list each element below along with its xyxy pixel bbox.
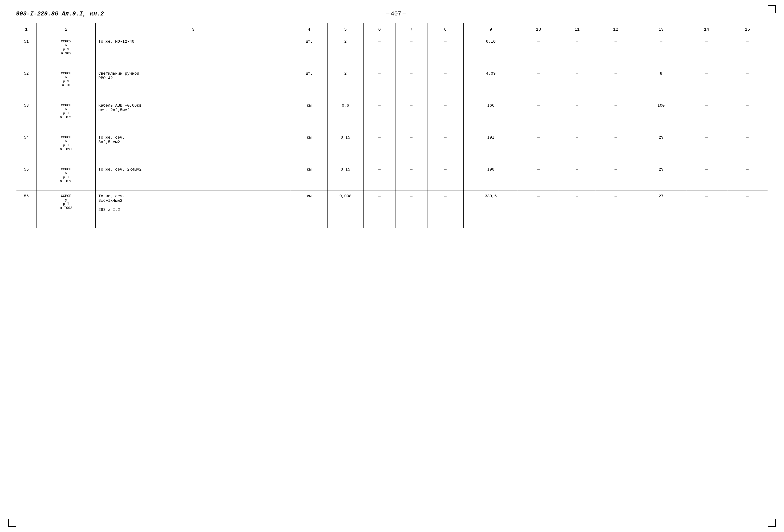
row-55-num: 55	[16, 164, 37, 191]
row-54-col5: 0,I5	[327, 132, 363, 164]
col-header-12: 12	[595, 23, 636, 36]
col-header-2: 2	[36, 23, 96, 36]
row-51-unit: шт.	[291, 36, 327, 68]
col-header-13: 13	[636, 23, 686, 36]
row-51-col11: —	[559, 36, 595, 68]
col-header-1: 1	[16, 23, 37, 36]
row-51-desc: То же, МО-I2-40	[96, 36, 291, 68]
document-title: 903-I-229.86 Ал.9.I, кн.2	[16, 11, 104, 17]
row-53-col8: —	[427, 100, 464, 132]
row-51-col10: —	[518, 36, 559, 68]
row-51-col14: —	[686, 36, 727, 68]
corner-mark-tr	[768, 5, 776, 13]
row-53-desc: Кабель АВВГ-0,66кв сеч. 2х2,5мм2	[96, 100, 291, 132]
row-53-col13: I00	[636, 100, 686, 132]
col-header-5: 5	[327, 23, 363, 36]
row-56-col11: —	[559, 191, 595, 228]
row-54-col10: —	[518, 132, 559, 164]
row-54-col13: 29	[636, 132, 686, 164]
row-52-col9: 4,09	[464, 68, 518, 100]
page-number-section: 407	[104, 11, 688, 17]
row-53-col15: —	[727, 100, 768, 132]
row-56-unit: км	[291, 191, 327, 228]
row-51-col8: —	[427, 36, 464, 68]
row-54-num: 54	[16, 132, 37, 164]
row-52-desc: Светильник ручной РВО-42	[96, 68, 291, 100]
row-51-col9: 0,IO	[464, 36, 518, 68]
row-55-col9: I90	[464, 164, 518, 191]
row-52-col12: —	[595, 68, 636, 100]
table-row: 52 ССРСП у р.3 п.I8 Светильник ручной РВ…	[16, 68, 768, 100]
col-header-4: 4	[291, 23, 327, 36]
row-54-desc: То же, сеч. 3х2,5 мм2	[96, 132, 291, 164]
row-55-unit: км	[291, 164, 327, 191]
row-53-col14: —	[686, 100, 727, 132]
row-55-col13: 29	[636, 164, 686, 191]
col-header-10: 10	[518, 23, 559, 36]
col-header-3: 3	[96, 23, 291, 36]
row-55-col5: 0,I5	[327, 164, 363, 191]
row-53-source: ССРСП у р.I п.I075	[36, 100, 96, 132]
row-56-col9: 339,6	[464, 191, 518, 228]
table-row: 54 ССРСП у р.I п.I09I То же, сеч. 3х2,5 …	[16, 132, 768, 164]
row-56-col10: —	[518, 191, 559, 228]
row-55-col14: —	[686, 164, 727, 191]
col-header-6: 6	[363, 23, 395, 36]
main-table-container: 1 2 3 4 5 6 7 8 9 10 11 12 13 14 15	[16, 23, 768, 228]
row-52-col13: 8	[636, 68, 686, 100]
row-53-col9: I66	[464, 100, 518, 132]
row-56-col7: —	[395, 191, 427, 228]
row-52-source: ССРСП у р.3 п.I8	[36, 68, 96, 100]
row-51-col13: —	[636, 36, 686, 68]
corner-mark-br	[768, 519, 776, 527]
row-54-col8: —	[427, 132, 464, 164]
row-56-col6: —	[363, 191, 395, 228]
page-header: 903-I-229.86 Ал.9.I, кн.2 407	[16, 11, 768, 17]
row-55-col10: —	[518, 164, 559, 191]
table-row: 56 ССРСП у р.I п.I093 То же, сеч. 3х6+Iх…	[16, 191, 768, 228]
row-55-col8: —	[427, 164, 464, 191]
row-55-source: ССРСП у р.I п.I076	[36, 164, 96, 191]
row-55-col7: —	[395, 164, 427, 191]
row-56-col5: 0,008	[327, 191, 363, 228]
row-56-num: 56	[16, 191, 37, 228]
table-row: 55 ССРСП у р.I п.I076 То же, сеч. 2х4мм2…	[16, 164, 768, 191]
row-56-col15: —	[727, 191, 768, 228]
row-56-col12: —	[595, 191, 636, 228]
row-53-num: 53	[16, 100, 37, 132]
corner-mark-bl	[8, 519, 16, 527]
row-51-col6: —	[363, 36, 395, 68]
row-54-col9: I9I	[464, 132, 518, 164]
page: 903-I-229.86 Ал.9.I, кн.2 407	[0, 0, 784, 532]
row-51-col12: —	[595, 36, 636, 68]
row-56-col8: —	[427, 191, 464, 228]
row-54-source: ССРСП у р.I п.I09I	[36, 132, 96, 164]
row-54-col12: —	[595, 132, 636, 164]
row-55-col6: —	[363, 164, 395, 191]
row-52-col15: —	[727, 68, 768, 100]
table-row: 53 ССРСП у р.I п.I075 Кабель АВВГ-0,66кв…	[16, 100, 768, 132]
row-55-col15: —	[727, 164, 768, 191]
row-53-unit: км	[291, 100, 327, 132]
row-52-col7: —	[395, 68, 427, 100]
row-51-source: ССРСУ у р.3 п.302	[36, 36, 96, 68]
row-54-col15: —	[727, 132, 768, 164]
row-53-col6: —	[363, 100, 395, 132]
row-51-col7: —	[395, 36, 427, 68]
row-52-col11: —	[559, 68, 595, 100]
row-53-col12: —	[595, 100, 636, 132]
col-header-15: 15	[727, 23, 768, 36]
row-52-num: 52	[16, 68, 37, 100]
row-52-col10: —	[518, 68, 559, 100]
row-54-col11: —	[559, 132, 595, 164]
row-56-col13: 27	[636, 191, 686, 228]
row-55-desc: То же, сеч. 2х4мм2	[96, 164, 291, 191]
row-55-col12: —	[595, 164, 636, 191]
row-53-col5: 0,6	[327, 100, 363, 132]
table-row: 51 ССРСУ у р.3 п.302 То же, МО-I2-40 шт.…	[16, 36, 768, 68]
col-header-7: 7	[395, 23, 427, 36]
row-56-source: ССРСП у р.I п.I093	[36, 191, 96, 228]
row-54-col7: —	[395, 132, 427, 164]
table-header-row: 1 2 3 4 5 6 7 8 9 10 11 12 13 14 15	[16, 23, 768, 36]
row-56-desc: То же, сеч. 3х6+Iх4мм2 283 х I,2	[96, 191, 291, 228]
